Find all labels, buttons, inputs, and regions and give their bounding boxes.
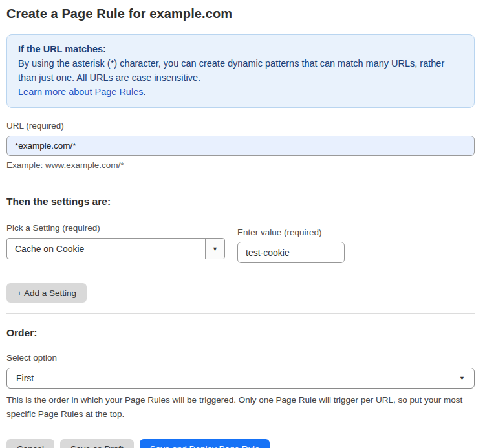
order-select[interactable]: First ▼: [6, 368, 475, 389]
url-input[interactable]: [6, 136, 475, 156]
url-match-info-box: If the URL matches: By using the asteris…: [6, 34, 475, 108]
divider: [6, 313, 475, 314]
add-setting-button[interactable]: + Add a Setting: [6, 283, 87, 303]
cancel-button[interactable]: Cancel: [6, 439, 54, 448]
setting-value-column: Enter value (required): [237, 223, 345, 263]
save-and-deploy-button[interactable]: Save and Deploy Page Rule: [140, 439, 270, 448]
setting-select-label: Pick a Setting (required): [6, 223, 225, 233]
footer-buttons: Cancel Save as Draft Save and Deploy Pag…: [6, 439, 475, 448]
order-select-label: Select option: [6, 353, 475, 363]
divider: [6, 182, 475, 182]
settings-row: Pick a Setting (required) Cache on Cooki…: [6, 223, 475, 263]
setting-value-label: Enter value (required): [237, 228, 345, 237]
page-rule-form: Create a Page Rule for example.com If th…: [0, 0, 485, 448]
divider: [6, 431, 475, 431]
order-select-value: First: [16, 373, 34, 383]
setting-select[interactable]: Cache on Cookie ▼: [6, 238, 225, 259]
url-field-hint: Example: www.example.com/*: [6, 160, 475, 170]
url-field-label: URL (required): [6, 121, 475, 131]
setting-select-value: Cache on Cookie: [7, 239, 205, 259]
settings-section-heading: Then the settings are:: [6, 196, 475, 208]
info-box-link-line: Learn more about Page Rules.: [18, 85, 463, 99]
order-help-text: This is the order in which your Page Rul…: [6, 393, 472, 421]
setting-select-column: Pick a Setting (required) Cache on Cooki…: [6, 223, 225, 259]
chevron-down-icon: ▼: [212, 246, 218, 252]
info-box-heading: If the URL matches:: [18, 42, 463, 56]
learn-more-link[interactable]: Learn more about Page Rules: [18, 87, 143, 97]
save-as-draft-button[interactable]: Save as Draft: [60, 439, 134, 448]
info-box-body: By using the asterisk (*) character, you…: [18, 56, 463, 85]
setting-select-arrow-segment[interactable]: ▼: [205, 239, 224, 259]
chevron-down-icon: ▼: [459, 375, 465, 381]
setting-value-input[interactable]: [237, 242, 345, 263]
order-section-heading: Order:: [6, 327, 475, 339]
page-title: Create a Page Rule for example.com: [6, 6, 475, 21]
link-period: .: [143, 87, 146, 97]
